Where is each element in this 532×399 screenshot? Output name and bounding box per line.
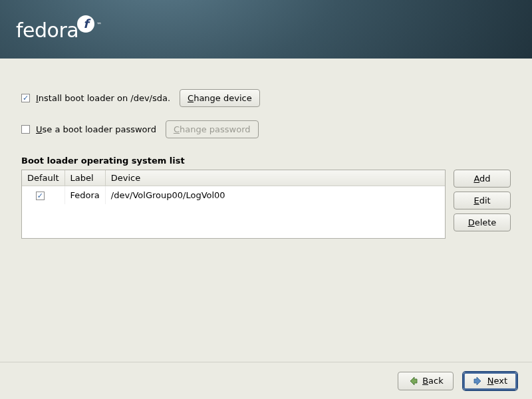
use-password-label: Use a boot loader password	[36, 124, 156, 134]
add-button[interactable]: Add	[454, 170, 511, 188]
next-button[interactable]: Next	[463, 372, 517, 390]
checkmark-icon: ✓	[23, 94, 29, 102]
content-area: ✓ Install boot loader on /dev/sda. Chang…	[0, 59, 532, 239]
row-label-cell: Fedora	[65, 186, 105, 205]
logo-bubble-icon: f	[77, 15, 94, 33]
install-bootloader-checkbox[interactable]: ✓	[21, 94, 30, 102]
fedora-logo: fedora f ™	[16, 19, 102, 42]
table-header-row: Default Label Device	[22, 170, 445, 186]
footer: Back Next	[0, 362, 532, 399]
col-header-label[interactable]: Label	[65, 170, 105, 186]
change-device-button[interactable]: Change device	[180, 89, 260, 107]
header: fedora f ™	[0, 0, 532, 59]
arrow-right-icon	[473, 376, 483, 386]
change-password-button: Change password	[166, 120, 259, 138]
edit-button[interactable]: Edit	[454, 192, 511, 209]
side-buttons: Add Edit Delete	[454, 170, 511, 239]
use-password-option: Use a boot loader password Change passwo…	[21, 120, 511, 138]
bootloader-table[interactable]: Default Label Device ✓ Fedora /dev/VolGr	[21, 170, 446, 239]
logo-text: fedora	[16, 19, 78, 42]
install-bootloader-option: ✓ Install boot loader on /dev/sda. Chang…	[21, 89, 511, 107]
arrow-left-icon	[408, 376, 418, 386]
delete-button[interactable]: Delete	[454, 213, 511, 231]
row-default-checkbox[interactable]: ✓	[36, 192, 45, 200]
col-header-device[interactable]: Device	[105, 170, 445, 186]
install-bootloader-label: Install boot loader on /dev/sda.	[36, 93, 170, 103]
back-button[interactable]: Back	[398, 372, 454, 390]
table-row[interactable]: ✓ Fedora /dev/VolGroup00/LogVol00	[22, 186, 445, 205]
logo-tm: ™	[96, 22, 102, 28]
row-device-cell: /dev/VolGroup00/LogVol00	[105, 186, 445, 205]
bootloader-list-title: Boot loader operating system list	[21, 156, 511, 166]
checkmark-icon: ✓	[37, 192, 43, 200]
col-header-default[interactable]: Default	[22, 170, 65, 186]
use-password-checkbox[interactable]	[21, 125, 30, 134]
